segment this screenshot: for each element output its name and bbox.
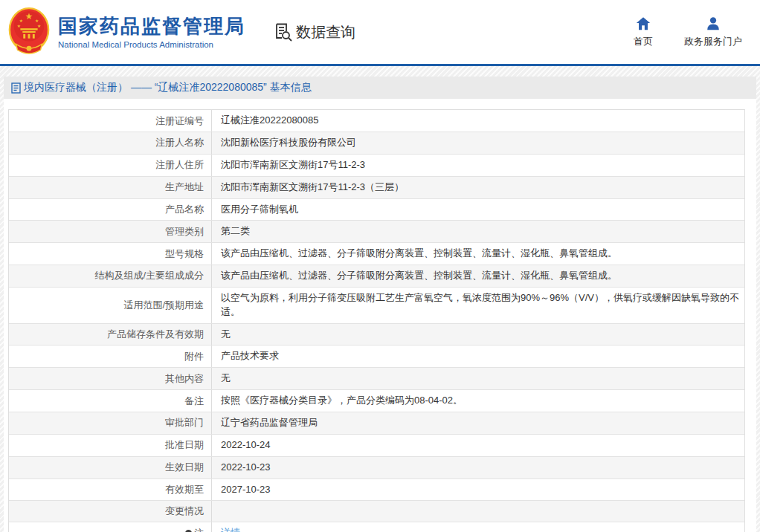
page-title: 境内医疗器械（注册） —— “辽械注准20222080085” 基本信息 <box>24 81 312 94</box>
row-value: 按照《医疗器械分类目录》，产品分类编码为08-04-02。 <box>212 390 744 412</box>
header-nav: 首页 政务服务门户 <box>634 16 742 48</box>
row-label: 注册人住所 <box>9 155 212 176</box>
table-row: 备注按照《医疗器械分类目录》，产品分类编码为08-04-02。 <box>9 389 744 412</box>
row-label: 有效期至 <box>9 479 212 501</box>
row-value: 该产品由压缩机、过滤器、分子筛吸附分离装置、控制装置、流量计、湿化瓶、鼻氧管组成… <box>212 265 744 287</box>
svg-text:★: ★ <box>35 19 39 23</box>
row-label: 生效日期 <box>9 457 212 479</box>
row-label: 备注 <box>9 390 212 412</box>
home-icon <box>635 16 651 32</box>
row-value: 无 <box>212 324 744 346</box>
svg-text:★: ★ <box>37 24 41 28</box>
national-emblem-logo: ★ ★ ★ ★ ★ <box>7 7 51 57</box>
table-row: 结构及组成/主要组成成分该产品由压缩机、过滤器、分子筛吸附分离装置、控制装置、流… <box>9 265 744 287</box>
row-value: 详情 <box>212 522 744 532</box>
row-value: 无 <box>212 368 744 389</box>
row-value: 2022-10-23 <box>212 457 744 479</box>
svg-text:★: ★ <box>25 11 33 21</box>
table-row: 注详情 <box>9 522 744 532</box>
panel-titlebar: 境内医疗器械（注册） —— “辽械注准20222080085” 基本信息 <box>4 77 756 99</box>
row-label: 产品储存条件及有效期 <box>9 324 212 346</box>
nav-gov-portal[interactable]: 政务服务门户 <box>684 16 742 48</box>
row-value: 医用分子筛制氧机 <box>212 199 744 221</box>
brand-title-en: National Medical Products Administration <box>58 40 245 49</box>
table-row: 变更情况 <box>9 500 744 522</box>
info-table: 注册证编号辽械注准20222080085注册人名称沈阳新松医疗科技股份有限公司注… <box>8 109 745 532</box>
row-value: 该产品由压缩机、过滤器、分子筛吸附分离装置、控制装置、流量计、湿化瓶、鼻氧管组成… <box>212 243 744 265</box>
table-row: 注册证编号辽械注准20222080085 <box>9 110 744 132</box>
site-header: ★ ★ ★ ★ ★ 国家药品监督管理局 National Medical Pro… <box>0 0 760 64</box>
table-row: 审批部门辽宁省药品监督管理局 <box>9 412 744 434</box>
table-row: 产品名称医用分子筛制氧机 <box>9 198 744 221</box>
nav-gov-portal-label: 政务服务门户 <box>684 35 742 48</box>
svg-text:★: ★ <box>17 24 21 28</box>
row-label: 型号规格 <box>9 243 212 265</box>
table-row: 附件产品技术要求 <box>9 345 744 367</box>
table-row: 有效期至2027-10-23 <box>9 479 744 501</box>
brand-block: 国家药品监督管理局 National Medical Products Admi… <box>58 15 245 48</box>
row-value: 产品技术要求 <box>212 346 744 367</box>
row-value: 辽械注准20222080085 <box>212 110 744 132</box>
row-label: 附件 <box>9 346 212 367</box>
table-row: 型号规格该产品由压缩机、过滤器、分子筛吸附分离装置、控制装置、流量计、湿化瓶、鼻… <box>9 242 744 265</box>
table-row: 其他内容无 <box>9 367 744 389</box>
row-value: 沈阳市浑南新区文溯街17号11-2-3 <box>212 155 744 176</box>
row-label: 注册证编号 <box>9 110 212 132</box>
table-row: 注册人名称沈阳新松医疗科技股份有限公司 <box>9 132 744 154</box>
svg-text:★: ★ <box>19 19 23 23</box>
nav-home-label: 首页 <box>634 35 653 48</box>
page-body: 境内医疗器械（注册） —— “辽械注准20222080085” 基本信息 注册证… <box>0 66 760 532</box>
row-label: 产品名称 <box>9 199 212 221</box>
detail-link[interactable]: 详情 <box>221 526 240 532</box>
row-value: 辽宁省药品监督管理局 <box>212 412 744 434</box>
row-label: 结构及组成/主要组成成分 <box>9 265 212 287</box>
content-panel: 境内医疗器械（注册） —— “辽械注准20222080085” 基本信息 注册证… <box>4 77 756 532</box>
row-label: 批准日期 <box>9 435 212 456</box>
row-value: 2022-10-24 <box>212 435 744 456</box>
data-query-icon <box>274 22 293 42</box>
table-row: 批准日期2022-10-24 <box>9 434 744 456</box>
data-query-label: 数据查询 <box>296 22 355 42</box>
nav-home[interactable]: 首页 <box>634 16 653 48</box>
table-row: 产品储存条件及有效期无 <box>9 323 744 346</box>
row-label: 适用范围/预期用途 <box>9 288 212 323</box>
row-value: 以空气为原料，利用分子筛变压吸附工艺生产富氧空气，氧浓度范围为90%～96%（V… <box>212 288 744 323</box>
row-label: 审批部门 <box>9 412 212 434</box>
row-label: 注册人名称 <box>9 132 212 154</box>
table-row: 管理类别第二类 <box>9 220 744 242</box>
document-icon <box>11 82 21 94</box>
row-value: 第二类 <box>212 221 744 242</box>
row-label: 变更情况 <box>9 501 212 522</box>
row-value: 沈阳市浑南新区文溯街17号11-2-3（三层） <box>212 177 744 198</box>
row-label: 注 <box>9 522 212 532</box>
table-row: 生产地址沈阳市浑南新区文溯街17号11-2-3（三层） <box>9 176 744 198</box>
row-value: 2027-10-23 <box>212 479 744 501</box>
table-row: 生效日期2022-10-23 <box>9 456 744 479</box>
table-row: 适用范围/预期用途以空气为原料，利用分子筛变压吸附工艺生产富氧空气，氧浓度范围为… <box>9 287 744 323</box>
data-query-entry[interactable]: 数据查询 <box>274 22 355 42</box>
row-label: 生产地址 <box>9 177 212 198</box>
brand-title-cn: 国家药品监督管理局 <box>58 15 245 38</box>
row-value <box>212 501 744 522</box>
row-label: 其他内容 <box>9 368 212 389</box>
row-label: 管理类别 <box>9 221 212 242</box>
user-icon <box>705 16 721 32</box>
row-value: 沈阳新松医疗科技股份有限公司 <box>212 132 744 154</box>
table-row: 注册人住所沈阳市浑南新区文溯街17号11-2-3 <box>9 154 744 176</box>
